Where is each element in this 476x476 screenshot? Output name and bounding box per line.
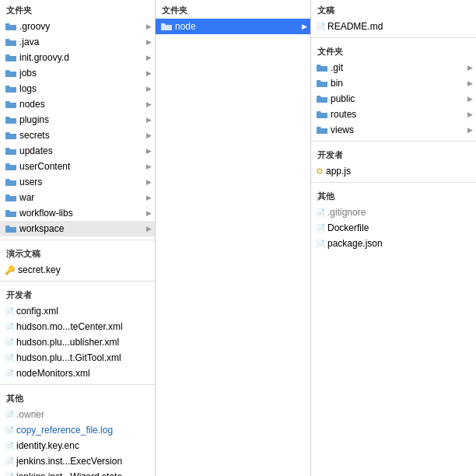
folder-icon	[316, 79, 328, 89]
list-item[interactable]: workflow-libs ▶	[0, 205, 155, 221]
arrow-icon: ▶	[146, 209, 152, 217]
item-name: package.json	[327, 238, 473, 249]
list-item[interactable]: 📄 .gitignore	[311, 205, 476, 220]
list-item[interactable]: 📄 .owner	[0, 407, 155, 422]
middle-folder-header: 文件夹	[156, 0, 310, 19]
item-name: .java	[19, 37, 145, 47]
list-item[interactable]: bin ▶	[311, 75, 476, 91]
item-name: node	[175, 21, 300, 32]
file-icon: 📄	[5, 411, 14, 419]
item-name: userContent	[19, 161, 145, 172]
arrow-icon: ▶	[146, 54, 152, 61]
folder-icon	[5, 84, 17, 94]
arrow-icon: ▶	[146, 147, 152, 155]
arrow-icon: ▶	[146, 69, 152, 77]
arrow-icon: ▶	[146, 38, 152, 46]
left-folder-header: 文件夹	[0, 0, 155, 19]
folder-icon	[5, 100, 17, 110]
list-item[interactable]: 🔑 secret.key	[0, 262, 155, 278]
folder-icon	[5, 115, 17, 125]
file-icon: 📄	[316, 224, 325, 233]
list-item[interactable]: 📄 package.json	[311, 236, 476, 251]
list-item[interactable]: .groovy ▶	[0, 19, 155, 34]
list-item[interactable]: 📄 identity.key.enc	[0, 438, 155, 453]
list-item[interactable]: 📄 README.md	[311, 19, 476, 34]
list-item[interactable]: secrets ▶	[0, 128, 155, 143]
list-item[interactable]: ⚙ app.js	[311, 163, 476, 179]
list-item[interactable]: 📄 nodeMonitors.xml	[0, 366, 155, 381]
list-item[interactable]: 📄 Dockerfile	[311, 220, 476, 236]
file-icon: 📄	[5, 442, 14, 450]
list-item[interactable]: nodes ▶	[0, 96, 155, 112]
item-name: app.js	[326, 166, 473, 177]
item-name: .groovy	[19, 21, 145, 32]
item-name: Dockerfile	[327, 222, 473, 233]
list-item[interactable]: .java ▶	[0, 34, 155, 50]
item-name: secrets	[19, 130, 145, 141]
arrow-icon: ▶	[146, 85, 152, 93]
list-item[interactable]: plugins ▶	[0, 112, 155, 128]
item-name: init.groovy.d	[19, 52, 145, 63]
arrow-icon: ▶	[146, 116, 152, 124]
list-item[interactable]: 📄 jenkins.inst...ExecVersion	[0, 453, 155, 469]
item-name: bin	[331, 78, 466, 89]
list-item[interactable]: public ▶	[311, 91, 476, 107]
file-icon: 📄	[316, 208, 325, 217]
folder-icon	[5, 37, 17, 47]
file-icon: 📄	[5, 473, 14, 477]
divider	[311, 182, 476, 183]
developer-header: 开发者	[0, 285, 155, 303]
folder-icon	[5, 193, 17, 203]
item-name: plugins	[19, 114, 145, 125]
item-name: public	[331, 93, 466, 104]
item-name: config.xml	[16, 306, 152, 317]
list-item[interactable]: .git ▶	[311, 60, 476, 75]
list-item[interactable]: 📄 hudson.plu...t.GitTool.xml	[0, 350, 155, 366]
list-item[interactable]: workspace ▶	[0, 221, 155, 236]
list-item[interactable]: userContent ▶	[0, 159, 155, 174]
folder-icon	[160, 22, 173, 32]
arrow-icon: ▶	[146, 194, 152, 201]
list-item[interactable]: users ▶	[0, 174, 155, 190]
list-item[interactable]: logs ▶	[0, 81, 155, 96]
arrow-icon: ▶	[146, 178, 152, 186]
middle-panel: 文件夹 node ▶	[156, 0, 311, 476]
folder-icon	[5, 177, 17, 187]
demo-header: 演示文稿	[0, 243, 155, 262]
file-icon: 📄	[5, 457, 14, 466]
item-name: routes	[331, 109, 466, 120]
folder-icon	[5, 68, 17, 79]
left-panel: 文件夹 .groovy ▶ .java ▶ init.groovy.d ▶ jo…	[0, 0, 156, 476]
key-icon: 🔑	[5, 265, 16, 275]
item-name: jenkins.inst...ExecVersion	[16, 456, 152, 467]
item-name: README.md	[327, 21, 473, 32]
arrow-icon: ▶	[146, 131, 152, 139]
list-item[interactable]: routes ▶	[311, 107, 476, 122]
arrow-icon: ▶	[146, 100, 152, 108]
list-item[interactable]: 📄 copy_reference_file.log	[0, 422, 155, 438]
item-name: hudson.plu...t.GitTool.xml	[16, 352, 152, 363]
list-item[interactable]: jobs ▶	[0, 65, 155, 81]
list-item[interactable]: views ▶	[311, 122, 476, 138]
right-other-header: 其他	[311, 186, 476, 205]
list-item[interactable]: node ▶	[156, 19, 310, 34]
arrow-icon: ▶	[146, 23, 152, 30]
list-item[interactable]: 📄 config.xml	[0, 303, 155, 319]
right-folder-header: 文件夹	[311, 41, 476, 60]
arrow-icon: ▶	[467, 79, 473, 87]
divider	[311, 37, 476, 38]
item-name: copy_reference_file.log	[16, 425, 152, 436]
item-name: nodeMonitors.xml	[16, 368, 152, 379]
divider	[0, 240, 155, 240]
list-item[interactable]: war ▶	[0, 190, 155, 205]
item-name: secret.key	[18, 264, 152, 275]
list-item[interactable]: 📄 hudson.plu...ublisher.xml	[0, 334, 155, 350]
right-developer-header: 开发者	[311, 145, 476, 163]
list-item[interactable]: init.groovy.d ▶	[0, 50, 155, 65]
list-item[interactable]: 📄 hudson.mo...teCenter.xml	[0, 319, 155, 334]
item-name: hudson.plu...ublisher.xml	[16, 337, 152, 348]
list-item[interactable]: updates ▶	[0, 143, 155, 159]
list-item[interactable]: 📄 jenkins.inst...Wizard.state	[0, 469, 155, 476]
xml-icon: 📄	[5, 354, 14, 362]
divider	[0, 384, 155, 385]
